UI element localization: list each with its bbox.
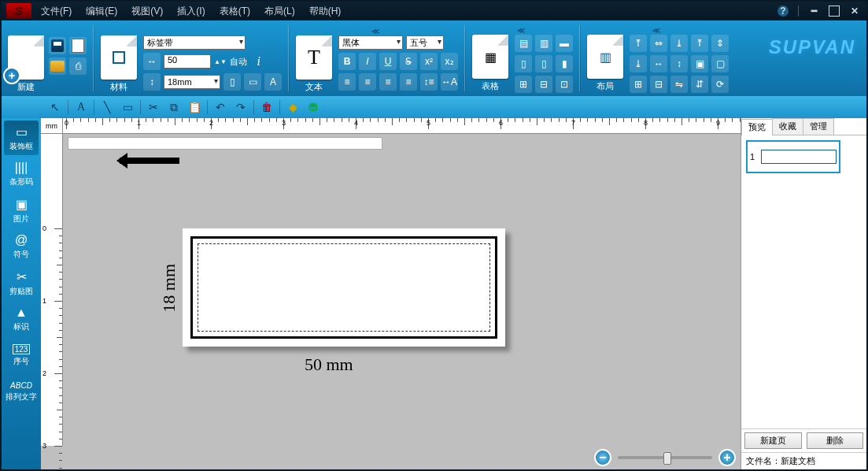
flip-h-icon[interactable]: ⇋ xyxy=(670,76,688,93)
open-folder-icon[interactable] xyxy=(49,57,66,75)
label-height-combo[interactable]: 18mm xyxy=(164,75,220,89)
close-icon[interactable]: ✕ xyxy=(849,6,860,17)
undo-icon[interactable]: ↶ xyxy=(211,98,230,116)
split-cells-icon[interactable]: ⊟ xyxy=(535,76,552,93)
align-center-icon[interactable]: ≡ xyxy=(359,73,376,91)
material-icon[interactable] xyxy=(101,35,137,80)
align-b-icon[interactable]: ⤓ xyxy=(630,55,647,72)
rotate-icon[interactable]: ⟳ xyxy=(711,76,729,93)
help-icon[interactable]: ? xyxy=(778,6,789,17)
text-tool-icon[interactable]: A xyxy=(72,98,90,116)
rotate-a-icon[interactable]: A xyxy=(264,73,282,91)
superscript-icon[interactable]: x² xyxy=(420,53,438,70)
pointer-tool-icon[interactable]: ↖ xyxy=(46,98,65,116)
paste-icon[interactable]: 📋 xyxy=(185,98,204,116)
align-right-icon[interactable]: ≡ xyxy=(379,73,397,91)
vtool-image[interactable]: ▣图片 xyxy=(4,193,39,228)
copy-icon[interactable]: ⧉ xyxy=(164,98,183,116)
delete-col-icon[interactable]: ▮ xyxy=(556,55,573,72)
menu-layout[interactable]: 布局(L) xyxy=(264,5,295,18)
vtool-symbol[interactable]: @符号 xyxy=(4,229,39,264)
new-file-icon[interactable]: + xyxy=(8,35,44,80)
label-frame-outer[interactable] xyxy=(190,236,497,339)
linespacing-icon[interactable]: ↕≡ xyxy=(420,73,438,91)
label-type-combo[interactable]: 标签带 xyxy=(143,35,246,50)
menu-file[interactable]: 文件(F) xyxy=(41,5,72,18)
tab-preview[interactable]: 预览 xyxy=(741,119,773,135)
delete-row-icon[interactable]: ▬ xyxy=(556,35,573,52)
vtool-frame[interactable]: ▭装饰框 xyxy=(4,121,39,155)
underline-icon[interactable]: U xyxy=(379,53,397,70)
tab-manage[interactable]: 管理 xyxy=(803,118,834,135)
menu-table[interactable]: 表格(T) xyxy=(220,5,250,18)
page-thumbnail[interactable]: 1 xyxy=(746,140,840,173)
align-justify-icon[interactable]: ≡ xyxy=(400,73,417,91)
save-icon[interactable] xyxy=(49,37,66,54)
align-c-icon[interactable]: ⇔ xyxy=(650,35,667,52)
canvas[interactable]: mm 0123456789 0123 18 mm 50 mm − + xyxy=(41,118,741,469)
menu-edit[interactable]: 编辑(E) xyxy=(86,5,117,18)
vtool-barcode[interactable]: ||||条形码 xyxy=(4,157,39,191)
align-r-icon[interactable]: ⤓ xyxy=(670,35,688,52)
table-icon[interactable]: ▦ xyxy=(472,35,508,79)
minimize-icon[interactable]: ━ xyxy=(808,6,819,17)
collapse-icon[interactable]: ≪ xyxy=(517,26,525,35)
orient-landscape-icon[interactable]: ▭ xyxy=(244,73,261,91)
tab-favorites[interactable]: 收藏 xyxy=(772,118,803,135)
layout-icon[interactable]: ▥ xyxy=(587,35,623,79)
collapse-icon[interactable]: ≪ xyxy=(652,26,660,35)
line-tool-icon[interactable]: ╲ xyxy=(98,98,116,116)
zoom-out-icon[interactable]: − xyxy=(594,449,611,466)
dist-h-icon[interactable]: ↔ xyxy=(650,55,667,72)
vtool-arrange-text[interactable]: ABCD排列文字 xyxy=(4,374,39,409)
subscript-icon[interactable]: x₂ xyxy=(441,53,458,70)
doc-icon[interactable] xyxy=(69,37,87,54)
info-icon[interactable]: i xyxy=(250,53,268,70)
align-l-icon[interactable]: ⤒ xyxy=(630,35,647,52)
delete-icon[interactable]: 🗑 xyxy=(257,98,276,116)
delete-page-button[interactable]: 删除 xyxy=(807,432,864,449)
align-m-icon[interactable]: ⇕ xyxy=(711,35,729,52)
insert-col-left-icon[interactable]: ▯ xyxy=(515,55,532,72)
merge-cells-icon[interactable]: ⊞ xyxy=(515,76,532,93)
redo-icon[interactable]: ↷ xyxy=(231,98,250,116)
menu-view[interactable]: 视图(V) xyxy=(131,5,163,18)
send-back-icon[interactable]: ▢ xyxy=(711,55,729,72)
dist-v-icon[interactable]: ↕ xyxy=(670,55,688,72)
zoom-in-icon[interactable]: + xyxy=(718,449,736,466)
group-icon[interactable]: ⊞ xyxy=(630,76,647,93)
auto-label[interactable]: 自动 xyxy=(230,56,247,68)
align-t-icon[interactable]: ⤒ xyxy=(691,35,708,52)
flip-v-icon[interactable]: ⇵ xyxy=(691,76,708,93)
insert-col-right-icon[interactable]: ▯ xyxy=(535,55,552,72)
vtool-sign[interactable]: ▲标识 xyxy=(4,302,39,336)
db-yellow-icon[interactable]: ◆ xyxy=(283,98,302,116)
cut-icon[interactable]: ✂ xyxy=(144,98,163,116)
menu-insert[interactable]: 插入(I) xyxy=(177,5,205,18)
italic-icon[interactable]: I xyxy=(359,53,376,70)
vtool-clipart[interactable]: ✂剪贴图 xyxy=(4,265,39,300)
collapse-icon[interactable]: ≪ xyxy=(371,27,379,35)
db-green-icon[interactable]: ⛃ xyxy=(304,98,323,116)
strike-icon[interactable]: S̶ xyxy=(400,53,417,70)
orient-portrait-icon[interactable]: ▯ xyxy=(223,73,241,91)
ungroup-icon[interactable]: ⊟ xyxy=(650,76,667,93)
label-width-input[interactable]: 50 xyxy=(164,54,211,69)
rect-tool-icon[interactable]: ▭ xyxy=(118,98,137,116)
new-page-button[interactable]: 新建页 xyxy=(744,432,802,449)
print-icon[interactable]: ⎙ xyxy=(69,57,87,75)
maximize-icon[interactable] xyxy=(829,6,840,17)
insert-row-above-icon[interactable]: ▤ xyxy=(515,35,532,52)
table-props-icon[interactable]: ⊡ xyxy=(556,76,573,93)
vtool-serial[interactable]: 123序号 xyxy=(4,338,39,373)
font-size-combo[interactable]: 五号 xyxy=(406,35,444,50)
bring-front-icon[interactable]: ▣ xyxy=(691,55,708,72)
zoom-slider[interactable] xyxy=(618,456,712,459)
text-tool-icon[interactable]: T xyxy=(296,35,332,80)
align-left-icon[interactable]: ≡ xyxy=(338,73,356,91)
insert-row-below-icon[interactable]: ▥ xyxy=(535,35,552,52)
bold-icon[interactable]: B xyxy=(338,53,356,70)
menu-help[interactable]: 帮助(H) xyxy=(309,5,342,18)
font-name-combo[interactable]: 黑体 xyxy=(338,35,403,50)
charspacing-icon[interactable]: ↔A xyxy=(441,73,458,91)
